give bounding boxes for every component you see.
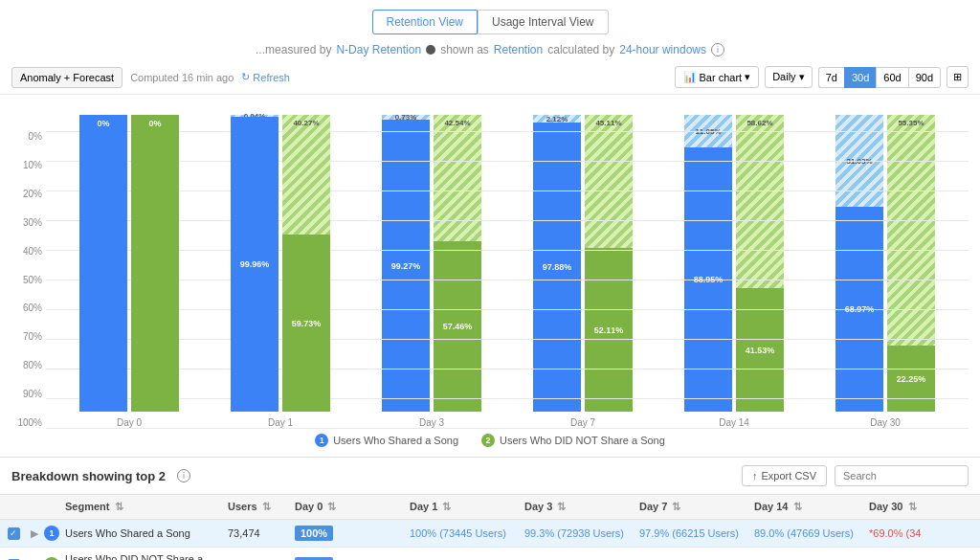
bar-day3-blue-total: 0.73% 99.27% bbox=[382, 115, 430, 412]
bar-day1-green-top: 40.27% bbox=[282, 115, 330, 235]
row2-segment: Users Who DID NOT Share a Song bbox=[61, 548, 224, 560]
retention-view-tab[interactable]: Retention View bbox=[372, 10, 479, 34]
anomaly-forecast-button[interactable]: Anomaly + Forecast bbox=[11, 67, 122, 88]
header-check bbox=[0, 495, 27, 519]
row1-day30: *69.0% (34 bbox=[865, 522, 980, 545]
row1-day14: 89.0% (47669 Users) bbox=[750, 522, 865, 545]
table-row-2: ▶ 2 Users Who DID NOT Share a Song 172,3… bbox=[0, 548, 980, 560]
bar-day0-blue: 0% bbox=[79, 115, 127, 412]
7d-button[interactable]: 7d bbox=[818, 67, 844, 88]
shown-as-prefix: shown as bbox=[440, 43, 489, 56]
y-80: 80% bbox=[11, 360, 42, 370]
bar-day30-green-total: 55.35% 22.25% bbox=[887, 115, 935, 412]
shown-as-link[interactable]: Retention bbox=[494, 43, 543, 56]
usage-interval-view-tab[interactable]: Usage Interval View bbox=[478, 10, 609, 34]
header-expand bbox=[27, 495, 42, 519]
bar-day7-green-top: 45.11% bbox=[585, 115, 633, 248]
row1-segment: Users Who Shared a Song bbox=[61, 522, 224, 545]
measured-prefix: ...measured by bbox=[256, 43, 331, 56]
table-info-icon[interactable]: i bbox=[177, 469, 190, 482]
header-day7: Day 7 ⇅ bbox=[635, 495, 750, 519]
y-50: 50% bbox=[11, 275, 42, 285]
legend-item-2: 2 Users Who DID NOT Share a Song bbox=[481, 434, 665, 447]
row1-day0: 100% bbox=[291, 522, 406, 545]
bar-day14-blue-top: 11.05% bbox=[684, 115, 732, 147]
header-segment: Segment ⇅ bbox=[61, 495, 224, 519]
bar-group-day7: 2.12% 97.88% 45.11% 52.11% bbox=[533, 115, 633, 428]
row1-day1: 100% (73445 Users) bbox=[406, 522, 521, 545]
90d-button[interactable]: 90d bbox=[908, 67, 941, 88]
bar-day1-blue-main: 99.96% bbox=[231, 117, 278, 412]
search-input[interactable] bbox=[835, 465, 969, 486]
bar-chart-icon: 📊 bbox=[683, 71, 697, 83]
n-day-retention-link[interactable]: N-Day Retention bbox=[336, 43, 421, 56]
export-icon: ↑ bbox=[752, 470, 758, 482]
bar-day7-green-top-label: 45.11% bbox=[595, 119, 621, 127]
bar-day30-green-main: 22.25% bbox=[887, 346, 935, 412]
bar-day3-green-top: 42.54% bbox=[434, 115, 481, 241]
period-range-group: 7d 30d 60d 90d bbox=[818, 67, 941, 88]
row2-day7: 52.1% (65656 Users) bbox=[635, 553, 750, 560]
header-day14: Day 14 ⇅ bbox=[750, 495, 865, 519]
row1-day7: 97.9% (66215 Users) bbox=[635, 522, 750, 545]
calculated-by-link[interactable]: 24-hour windows bbox=[619, 43, 706, 56]
info-icon[interactable]: i bbox=[711, 43, 724, 56]
header-day3: Day 3 ⇅ bbox=[521, 495, 635, 519]
bar-day7-blue-main-label: 97.88% bbox=[543, 262, 572, 272]
export-csv-button[interactable]: ↑ Export CSV bbox=[742, 465, 827, 486]
bar-day14-green-top-label: 58.62% bbox=[746, 119, 772, 127]
y-20: 20% bbox=[11, 189, 42, 199]
bar-day30-blue-main: 68.97% bbox=[835, 207, 883, 412]
row1-users: 73,474 bbox=[224, 522, 291, 545]
header-day30: Day 30 ⇅ bbox=[865, 495, 980, 519]
bar-day3-green-main: 57.46% bbox=[434, 241, 481, 412]
y-40: 40% bbox=[11, 246, 42, 257]
y-90: 90% bbox=[11, 389, 42, 399]
bar-day3-blue-main: 99.27% bbox=[382, 120, 430, 412]
computed-text: Computed 16 min ago bbox=[130, 72, 234, 83]
refresh-icon: ↻ bbox=[241, 71, 250, 83]
day1-label: Day 1 bbox=[268, 417, 293, 428]
bar-day1-green-main-label: 59.73% bbox=[292, 319, 322, 328]
row2-day14: 41.5% (37525 Users) bbox=[750, 553, 865, 560]
daily-period-button[interactable]: Daily ▾ bbox=[765, 66, 813, 88]
chart-type-button[interactable]: 📊 Bar chart ▾ bbox=[675, 66, 760, 88]
row1-expand[interactable]: ▶ bbox=[27, 522, 42, 546]
bar-day0-green: 0% bbox=[131, 115, 179, 412]
legend-dot-green: 2 bbox=[481, 434, 495, 447]
refresh-button[interactable]: ↻ Refresh bbox=[241, 71, 290, 83]
row2-checkbox[interactable] bbox=[0, 553, 27, 561]
row2-expand[interactable]: ▶ bbox=[27, 553, 42, 561]
day0-label: Day 0 bbox=[117, 417, 142, 428]
30d-button[interactable]: 30d bbox=[844, 67, 876, 88]
bar-day30-green-top: 55.35% bbox=[887, 115, 935, 346]
table-row-1: ▶ 1 Users Who Shared a Song 73,474 100% … bbox=[0, 520, 980, 548]
header-num bbox=[42, 495, 61, 519]
legend-label-1: Users Who Shared a Song bbox=[333, 435, 458, 446]
export-settings-button[interactable]: ⊞ bbox=[947, 66, 969, 88]
row2-day0: 100% bbox=[291, 553, 406, 560]
bar-day0-green-label: 0% bbox=[148, 119, 161, 128]
y-60: 60% bbox=[11, 302, 42, 313]
day3-label: Day 3 bbox=[419, 417, 444, 428]
bar-day3-green-total: 42.54% 57.46% bbox=[434, 115, 481, 412]
60d-button[interactable]: 60d bbox=[876, 67, 907, 88]
chevron-down-icon-period: ▾ bbox=[799, 71, 805, 82]
bar-day7-green-main-label: 52.11% bbox=[594, 325, 624, 335]
bar-day1-blue-total: 0.04% 99.96% bbox=[231, 115, 278, 412]
bar-day3-blue-main-label: 99.27% bbox=[391, 261, 421, 271]
y-axis: 100% 90% 80% 70% 60% 50% 40% 30% 20% 10%… bbox=[11, 131, 46, 428]
row1-checkbox[interactable] bbox=[0, 522, 27, 546]
bar-group-day1: 0.04% 99.96% 40.27% 59.73% bbox=[231, 115, 330, 428]
bar-group-day14: 11.05% 88.95% 58.62% 41.53% bbox=[684, 115, 784, 428]
legend-item-1: 1 Users Who Shared a Song bbox=[315, 434, 458, 447]
row2-day3: 57.5% (88612 Users) bbox=[521, 553, 635, 560]
bar-day7-green-main: 52.11% bbox=[585, 248, 633, 412]
bar-day3-green-main-label: 57.46% bbox=[443, 322, 473, 331]
day14-label: Day 14 bbox=[719, 417, 749, 428]
bar-day1-blue-main-label: 99.96% bbox=[240, 259, 270, 269]
legend-label-2: Users Who DID NOT Share a Song bbox=[500, 435, 665, 446]
bar-day14-green-top: 58.62% bbox=[736, 115, 784, 288]
measured-bar: ...measured by N-Day Retention shown as … bbox=[0, 39, 980, 60]
toolbar-right: 📊 Bar chart ▾ Daily ▾ 7d 30d 60d 90d ⊞ bbox=[675, 66, 969, 88]
